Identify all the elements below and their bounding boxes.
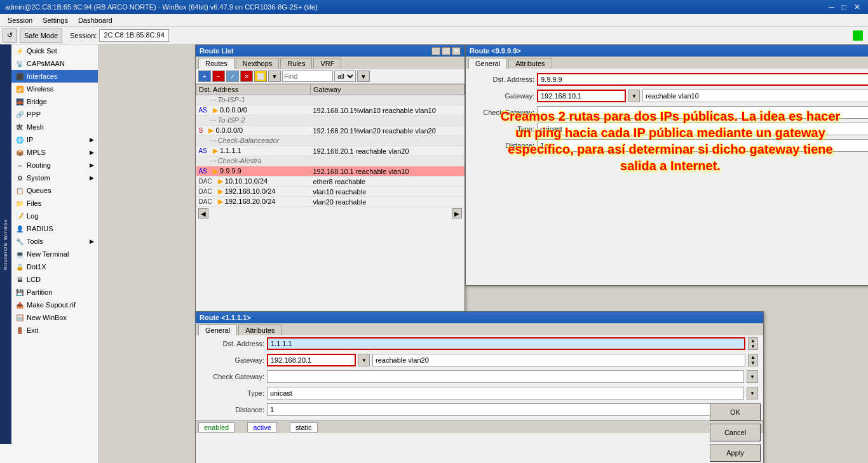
ok-button[interactable]: OK	[710, 403, 761, 421]
tab-route1111-general[interactable]: General	[198, 325, 237, 336]
route-list-close[interactable]: ✕	[452, 47, 461, 55]
route-999-dst-input[interactable]	[537, 73, 868, 86]
tab-routes[interactable]: Routes	[198, 58, 234, 69]
sidebar-item-partition[interactable]: 💾 Partition	[0, 286, 98, 299]
sidebar-item-mpls[interactable]: 📦 MPLS ▶	[0, 146, 98, 159]
sidebar-item-mesh[interactable]: 🕸 Mesh	[0, 121, 98, 133]
filter-route-button[interactable]: ▼	[268, 70, 281, 82]
sidebar-item-queues[interactable]: 📋 Queues	[0, 184, 98, 197]
route-1111-distance-input[interactable]	[267, 403, 745, 416]
sidebar-item-system[interactable]: ⚙ System ▶	[0, 171, 98, 184]
tab-route1111-attributes[interactable]: Attributes	[238, 325, 281, 335]
tab-route999-general[interactable]: General	[468, 58, 507, 69]
sidebar-label-new-winbox: New WinBox	[27, 314, 67, 321]
route-999-gateway-input[interactable]	[537, 90, 626, 102]
minimize-button[interactable]: ─	[826, 3, 837, 11]
route-1111-type-input[interactable]	[267, 387, 744, 399]
winbox-sidebar-label: RouterOS WinBox	[0, 44, 11, 444]
table-row[interactable]: ⋯ Check-Balanceador	[196, 136, 465, 146]
apply-button[interactable]: Apply	[710, 444, 761, 462]
sidebar-item-interfaces[interactable]: ⬛ Interfaces	[0, 70, 98, 83]
table-row[interactable]: DAC ▶ 192.168.20.0/24 vlan20 reachable	[196, 197, 465, 207]
table-row-selected[interactable]: AS ▶ 9.9.9.9 192.168.10.1 reachable vlan…	[196, 166, 465, 177]
table-row[interactable]: AS ▶ 1.1.1.1 192.168.20.1 reachable vlan…	[196, 146, 465, 156]
route-1111-title: Route <1.1.1.1>	[200, 314, 759, 321]
new-winbox-icon: 🪟	[15, 313, 24, 322]
find-select[interactable]: all	[334, 70, 356, 82]
sidebar-item-files[interactable]: 📁 Files	[0, 197, 98, 210]
sidebar-label-mpls: MPLS	[27, 149, 46, 156]
route-1111-checkgw-input[interactable]	[267, 370, 744, 383]
sidebar-item-routing[interactable]: ↔ Routing ▶	[0, 159, 98, 171]
sidebar-item-make-supout[interactable]: 📤 Make Supout.rif	[0, 299, 98, 311]
sidebar-item-new-terminal[interactable]: 💻 New Terminal	[0, 248, 98, 260]
sidebar-item-bridge[interactable]: 🌉 Bridge	[0, 95, 98, 108]
sidebar-item-dot1x[interactable]: 🔒 Dot1X	[0, 260, 98, 273]
route-999-type-label: Type:	[471, 125, 534, 133]
find-input[interactable]	[282, 70, 333, 82]
scroll-right-button[interactable]: ▶	[452, 208, 462, 218]
route-999-checkgw-input[interactable]	[537, 106, 868, 119]
route-1111-window: Route <1.1.1.1> General Attributes Dst. …	[195, 311, 764, 463]
sidebar-item-log[interactable]: 📝 Log	[0, 210, 98, 222]
table-row[interactable]: S ▶ 0.0.0.0/0 192.168.20.1%vlan20 reacha…	[196, 126, 465, 136]
route-999-gateway-dropdown[interactable]: ▼	[628, 90, 640, 102]
maximize-button[interactable]: □	[839, 3, 849, 11]
table-row[interactable]: DAC ▶ 10.10.10.0/24 ether8 reachable	[196, 177, 465, 187]
route-999-type-input[interactable]	[537, 123, 868, 135]
safe-mode-button[interactable]: Safe Mode	[20, 29, 62, 43]
route-1111-gateway-input[interactable]	[267, 354, 356, 366]
sidebar-label-wireless: Wireless	[27, 85, 53, 93]
route-1111-gateway-spin[interactable]: ▲▼	[748, 354, 758, 366]
route-1111-dst-label: Dst. Address:	[201, 340, 264, 347]
sidebar-item-ppp[interactable]: 🔗 PPP	[0, 108, 98, 121]
copy-route-button[interactable]: ⬜	[254, 70, 267, 82]
table-row[interactable]: DAC ▶ 192.168.10.0/24 vlan10 reachable	[196, 187, 465, 197]
route-list-minimize[interactable]: _	[431, 47, 440, 55]
table-row[interactable]: ⋯ Check-Alestra	[196, 156, 465, 166]
scroll-left-button[interactable]: ◀	[198, 208, 208, 218]
wireless-icon: 📶	[15, 84, 24, 93]
route-1111-dst-input[interactable]	[267, 337, 745, 350]
route-1111-gateway-dropdown[interactable]: ▼	[358, 354, 370, 366]
route-1111-gateway-extra-input[interactable]	[372, 354, 745, 366]
menu-dashboard[interactable]: Dashboard	[73, 15, 118, 25]
route-list-maximize[interactable]: □	[442, 47, 451, 55]
refresh-button[interactable]: ↺	[3, 29, 17, 43]
sidebar-item-quickset[interactable]: ⚡ Quick Set	[0, 44, 98, 57]
cross-route-button[interactable]: ✕	[240, 70, 253, 82]
sidebar-item-capsman[interactable]: 📡 CAPsMAAN	[0, 57, 98, 70]
menu-session[interactable]: Session	[3, 15, 37, 25]
check-route-button[interactable]: ✓	[226, 70, 239, 82]
route-1111-type-dropdown[interactable]: ▼	[747, 387, 758, 399]
sidebar-item-ip[interactable]: 🌐 IP ▶	[0, 133, 98, 146]
sidebar-item-radius[interactable]: 👤 RADIUS	[0, 222, 98, 235]
route-999-gateway-extra-input[interactable]	[642, 90, 868, 102]
route-1111-checkgw-dropdown[interactable]: ▼	[747, 370, 758, 383]
tab-route999-attributes[interactable]: Attributes	[508, 58, 552, 69]
tab-vrf[interactable]: VRF	[313, 58, 341, 69]
table-row[interactable]: ⋯ To-ISP-1	[196, 95, 465, 105]
sidebar-item-wireless[interactable]: 📶 Wireless	[0, 83, 98, 95]
sidebar-item-tools[interactable]: 🔧 Tools ▶	[0, 235, 98, 248]
cancel-button[interactable]: Cancel	[710, 424, 761, 441]
add-route-button[interactable]: +	[198, 70, 211, 82]
menu-settings[interactable]: Settings	[37, 15, 73, 25]
tab-nexthops[interactable]: Nexthops	[236, 58, 279, 69]
sidebar-item-new-winbox[interactable]: 🪟 New WinBox	[0, 311, 98, 324]
sidebar-item-lcd[interactable]: 🖥 LCD	[0, 273, 98, 286]
table-row[interactable]: AS ▶ 0.0.0.0/0 192.168.10.1%vlan10 reach…	[196, 105, 465, 116]
find-dropdown-button[interactable]: ▼	[357, 70, 370, 82]
sidebar-label-capsman: CAPsMAAN	[27, 60, 65, 67]
delete-route-button[interactable]: −	[212, 70, 225, 82]
sidebar-label-interfaces: Interfaces	[27, 72, 57, 80]
route-999-distance-input[interactable]	[537, 139, 868, 152]
sidebar-item-exit[interactable]: 🚪 Exit	[0, 324, 98, 337]
menu-bar: Session Settings Dashboard	[0, 14, 868, 27]
close-button[interactable]: ✕	[851, 3, 863, 11]
tab-rules[interactable]: Rules	[280, 58, 312, 69]
route-999-dst-label: Dst. Address:	[471, 76, 534, 83]
route-1111-dst-spin[interactable]: ▲▼	[748, 337, 758, 350]
sidebar-label-new-terminal: New Terminal	[27, 250, 69, 258]
table-row[interactable]: ⋯ To-ISP-2	[196, 116, 465, 126]
